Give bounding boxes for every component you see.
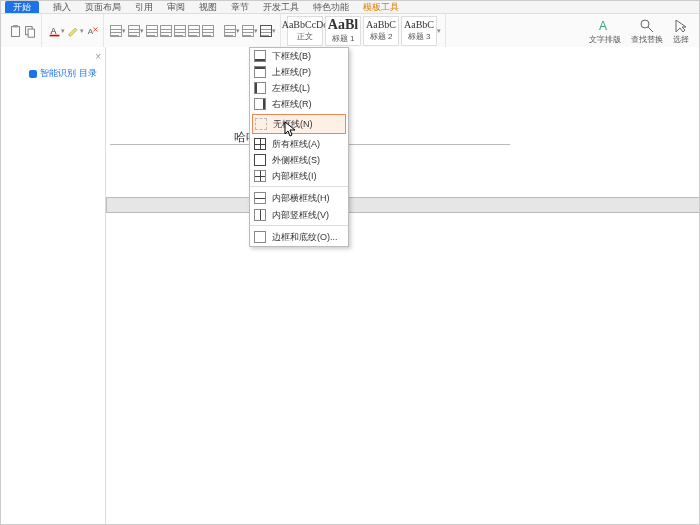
- borders-dropdown: 下框线(B)上框线(P)左框线(L)右框线(R)无框线(N)所有框线(A)外侧框…: [249, 47, 349, 247]
- chevron-down-icon[interactable]: ▾: [272, 27, 276, 35]
- borders-button[interactable]: [260, 25, 272, 37]
- wrap-icon: A: [597, 18, 613, 34]
- tab-layout[interactable]: 页面布局: [85, 1, 121, 14]
- workspace: × 智能识别 目录 哈哈哈哈: [1, 47, 699, 524]
- paragraph-group: ▾ ▾ ▾ ▾ ▾: [106, 14, 281, 48]
- border-menu-item-ih[interactable]: 内部横框线(H): [250, 186, 348, 207]
- border-menu-item-top[interactable]: 上框线(P): [250, 64, 348, 80]
- style-preview: AaBbCcDd: [282, 20, 329, 30]
- bullets-icon[interactable]: [110, 25, 122, 37]
- style-h3[interactable]: AaBbC标题 3: [401, 16, 437, 46]
- align-left-icon[interactable]: [146, 25, 158, 37]
- tab-template[interactable]: 模板工具: [363, 1, 399, 14]
- border-outer-icon: [254, 154, 266, 166]
- border-iv-icon: [254, 209, 266, 221]
- border-menu-item-bottom[interactable]: 下框线(B): [250, 48, 348, 64]
- border-menu-item-iv[interactable]: 内部竖框线(V): [250, 207, 348, 223]
- styles-more-icon[interactable]: ▾: [437, 27, 441, 35]
- align-justify-icon[interactable]: [188, 25, 200, 37]
- style-preview: AaBl: [328, 18, 358, 32]
- svg-text:A: A: [50, 25, 56, 35]
- highlight-icon[interactable]: [67, 25, 80, 38]
- svg-rect-0: [11, 26, 19, 36]
- border-menu-label: 下框线(B): [272, 50, 311, 63]
- chevron-down-icon[interactable]: ▾: [254, 27, 258, 35]
- select-button[interactable]: 选择: [673, 18, 689, 45]
- style-label: 标题 3: [408, 30, 431, 42]
- border-menu-label: 左框线(L): [272, 82, 310, 95]
- border-menu-label: 内部横框线(H): [272, 192, 330, 205]
- border-bottom-icon: [254, 50, 266, 62]
- chevron-down-icon[interactable]: ▾: [236, 27, 240, 35]
- border-menu-label: 右框线(R): [272, 98, 312, 111]
- border-menu-item-all[interactable]: 所有框线(A): [250, 136, 348, 152]
- border-menu-label: 边框和底纹(O)...: [272, 231, 338, 244]
- align-right-icon[interactable]: [174, 25, 186, 37]
- tab-insert[interactable]: 插入: [53, 1, 71, 14]
- border-all-icon: [254, 138, 266, 150]
- chevron-down-icon[interactable]: ▾: [80, 27, 84, 35]
- menubar: 开始 插入 页面布局 引用 审阅 视图 章节 开发工具 特色功能 模板工具: [1, 1, 699, 14]
- border-left-icon: [254, 82, 266, 94]
- close-icon[interactable]: ×: [95, 51, 101, 62]
- chevron-down-icon[interactable]: ▾: [122, 27, 126, 35]
- border-right-icon: [254, 98, 266, 110]
- ribbon: A▾ ▾ A ▾ ▾ ▾ ▾ ▾ AaBbCcDd正文 AaBl标题 1 AaB…: [1, 14, 699, 49]
- border-menu-item-inner[interactable]: 内部框线(I): [250, 168, 348, 184]
- svg-line-11: [648, 27, 653, 32]
- svg-rect-5: [50, 34, 60, 36]
- svg-text:A: A: [599, 19, 607, 33]
- tab-sections[interactable]: 章节: [231, 1, 249, 14]
- cursor-icon: [673, 18, 689, 34]
- tab-features[interactable]: 特色功能: [313, 1, 349, 14]
- border-top-icon: [254, 66, 266, 78]
- border-more-icon: [254, 231, 266, 243]
- text-wrap-button[interactable]: A文字排版: [589, 18, 621, 45]
- border-menu-label: 内部框线(I): [272, 170, 317, 183]
- align-distribute-icon[interactable]: [202, 25, 214, 37]
- numbering-icon[interactable]: [128, 25, 140, 37]
- clipboard-group: [5, 14, 42, 48]
- border-menu-item-outer[interactable]: 外侧框线(S): [250, 152, 348, 168]
- find-replace-label: 查找替换: [631, 34, 663, 45]
- copy-icon[interactable]: [24, 25, 37, 38]
- chevron-down-icon[interactable]: ▾: [140, 27, 144, 35]
- border-menu-item-left[interactable]: 左框线(L): [250, 80, 348, 96]
- find-replace-button[interactable]: 查找替换: [631, 18, 663, 45]
- border-menu-item-none[interactable]: 无框线(N): [252, 114, 346, 134]
- style-h2[interactable]: AaBbC标题 2: [363, 16, 399, 46]
- border-menu-label: 无框线(N): [273, 118, 313, 131]
- align-center-icon[interactable]: [160, 25, 172, 37]
- table-row[interactable]: [106, 197, 700, 213]
- border-menu-label: 外侧框线(S): [272, 154, 320, 167]
- tab-start[interactable]: 开始: [5, 1, 39, 13]
- style-preview: AaBbC: [404, 20, 434, 30]
- border-menu-label: 内部竖框线(V): [272, 209, 329, 222]
- text-wrap-label: 文字排版: [589, 34, 621, 45]
- editing-group: A文字排版 查找替换 选择: [589, 18, 695, 45]
- line-spacing-icon[interactable]: [242, 25, 254, 37]
- tab-references[interactable]: 引用: [135, 1, 153, 14]
- chevron-down-icon[interactable]: ▾: [61, 27, 65, 35]
- clear-format-icon[interactable]: A: [86, 25, 99, 38]
- navigation-panel: × 智能识别 目录: [1, 47, 106, 524]
- svg-text:A: A: [88, 26, 94, 35]
- style-label: 标题 1: [332, 32, 355, 44]
- style-normal[interactable]: AaBbCcDd正文: [287, 16, 323, 46]
- svg-rect-1: [13, 25, 18, 27]
- tab-developer[interactable]: 开发工具: [263, 1, 299, 14]
- paste-icon[interactable]: [9, 25, 22, 38]
- indent-decrease-icon[interactable]: [224, 25, 236, 37]
- font-color-icon[interactable]: A: [48, 25, 61, 38]
- style-h1[interactable]: AaBl标题 1: [325, 16, 361, 46]
- border-menu-item-more[interactable]: 边框和底纹(O)...: [250, 225, 348, 246]
- tab-review[interactable]: 审阅: [167, 1, 185, 14]
- toc-label: 智能识别 目录: [40, 67, 97, 80]
- svg-point-10: [641, 20, 649, 28]
- toc-smart[interactable]: 智能识别 目录: [29, 67, 97, 80]
- border-menu-item-right[interactable]: 右框线(R): [250, 96, 348, 112]
- document-area[interactable]: 哈哈哈哈: [106, 47, 699, 524]
- border-none-icon: [255, 118, 267, 130]
- tab-view[interactable]: 视图: [199, 1, 217, 14]
- style-preview: AaBbC: [366, 20, 396, 30]
